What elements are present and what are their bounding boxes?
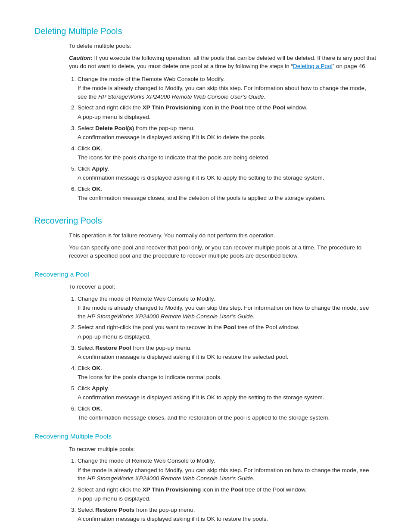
section-recovering-pools: Recovering Pools This operation is for f… [34,215,377,523]
step-sub-text: The icons for the pools change to indica… [78,153,377,162]
section-title-recovering-pools: Recovering Pools [34,215,377,227]
subsection-title-recovering-multiple-pools: Recovering Multiple Pools [34,432,377,441]
step-sub-text: The confirmation message closes, and the… [78,414,377,422]
step-sub-text: A confirmation message is displayed aski… [78,174,377,182]
step-item: Click Apply. A confirmation message is d… [78,384,377,402]
step-main-text: Click Apply. [78,385,109,392]
step-item: Click OK. The icons for the pools change… [78,144,377,162]
subsection-recovering-a-pool: Recovering a Pool To recover a pool: Cha… [34,270,377,422]
step-item: Click OK. The confirmation message close… [78,404,377,422]
step-sub-text: A pop-up menu is displayed. [78,113,377,121]
step-main-text: Click OK. [78,186,102,192]
step-item: Select and right-click the XP Thin Provi… [78,485,377,503]
step-item: Click Apply. A confirmation message is d… [78,165,377,182]
step-item: Select and right-click the pool you want… [78,323,377,341]
step-sub-text: If the mode is already changed to Modify… [78,84,377,101]
step-sub-text: A confirmation message is displayed aski… [78,133,377,142]
step-main-text: Change the mode of the Remote Web Consol… [78,76,225,82]
step-item: Select Restore Pools from the pop-up men… [78,506,377,523]
step-item: Change the mode of Remote Web Console to… [78,295,377,321]
step-main-text: Change the mode of Remote Web Console to… [78,457,215,464]
step-item: Select Restore Pool from the pop-up menu… [78,344,377,361]
step-main-text: Select and right-click the pool you want… [78,324,299,330]
step-sub-text: A pop-up menu is displayed. [78,333,377,341]
step-main-text: Click Apply. [78,165,109,172]
step-sub-text: The icons for the pools change to indica… [78,373,377,382]
step-main-text: Select and right-click the XP Thin Provi… [78,486,307,493]
subsection-recovering-multiple-pools: Recovering Multiple Pools To recover mul… [34,432,377,523]
step-main-text: Click OK. [78,405,102,412]
step-item: Change the mode of Remote Web Console to… [78,457,377,483]
caution-paragraph: Caution: If you execute the following op… [69,54,377,71]
section-deleting-multiple-pools: Deleting Multiple Pools To delete multip… [34,25,377,202]
steps-deleting-multiple-pools: Change the mode of the Remote Web Consol… [69,75,377,202]
step-main-text: Select Delete Pool(s) from the pop-up me… [78,125,195,131]
deleting-pool-link[interactable]: Deleting a Pool [293,63,333,69]
step-main-text: Click OK. [78,145,102,152]
step-main-text: Select Restore Pool from the pop-up menu… [78,345,192,351]
step-sub-text: A confirmation message is displayed aski… [78,393,377,402]
step-main-text: Select Restore Pools from the pop-up men… [78,507,195,513]
step-item: Select Delete Pool(s) from the pop-up me… [78,124,377,142]
caution-label: Caution: [69,55,93,61]
section-title-deleting-multiple-pools: Deleting Multiple Pools [34,25,377,37]
step-sub-text: If the mode is already changed to Modify… [78,304,377,320]
steps-recovering-multiple-pools: Change the mode of Remote Web Console to… [69,457,377,523]
step-item: Click OK. The icons for the pools change… [78,364,377,382]
page: Deleting Multiple Pools To delete multip… [0,0,411,532]
step-item: Change the mode of the Remote Web Consol… [78,75,377,101]
step-sub-text: A pop-up menu is displayed. [78,495,377,503]
intro-deleting: To delete multiple pools: [69,42,377,50]
step-main-text: Change the mode of Remote Web Console to… [78,296,215,302]
intro-recovering-pool: To recover a pool: [69,283,377,291]
step-main-text: Select and right-click the XP Thin Provi… [78,104,308,111]
step-sub-text: A confirmation message is displayed aski… [78,515,377,523]
step-item: Select and right-click the XP Thin Provi… [78,103,377,121]
intro-recovering-multiple-pools: To recover multiple pools: [69,445,377,454]
step-sub-text: The confirmation message closes, and the… [78,194,377,202]
step-sub-text: If the mode is already changed to Modify… [78,466,377,483]
intro-recovering-1: This operation is for failure recovery. … [69,231,377,240]
step-sub-text: A confirmation message is displayed aski… [78,353,377,361]
step-item: Click OK. The confirmation message close… [78,185,377,202]
step-main-text: Click OK. [78,365,102,371]
intro-recovering-2: You can specify one pool and recover tha… [69,243,377,260]
subsection-title-recovering-a-pool: Recovering a Pool [34,270,377,279]
steps-recovering-a-pool: Change the mode of Remote Web Console to… [69,295,377,422]
